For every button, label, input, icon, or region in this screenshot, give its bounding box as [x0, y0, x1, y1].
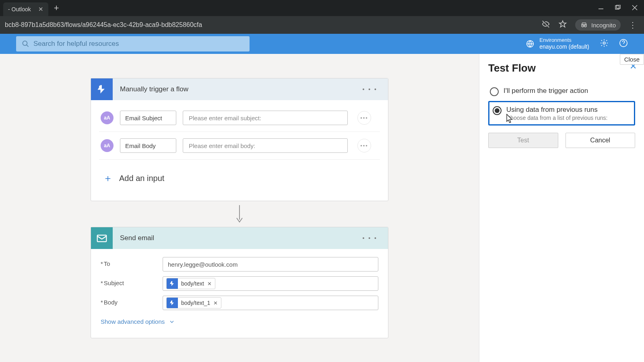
action-title: Send email [120, 234, 154, 242]
help-icon[interactable] [619, 39, 628, 49]
body-input[interactable]: body/text_1 ✕ [163, 296, 378, 310]
body-label: *Body [101, 296, 157, 306]
app-header: Environments enayu.com (default) Close [0, 34, 644, 54]
globe-icon [526, 39, 535, 48]
text-type-badge: aA [101, 139, 114, 152]
new-tab-button[interactable]: + [54, 3, 59, 13]
browser-menu-icon[interactable]: ⋮ [629, 20, 637, 30]
token-flow-icon [167, 297, 178, 309]
svg-point-12 [99, 86, 101, 88]
incognito-chip[interactable]: Incognito [575, 19, 621, 31]
add-input-label: Add an input [119, 174, 164, 183]
param-name-body[interactable]: Email Body [120, 138, 176, 153]
incognito-label: Incognito [591, 22, 616, 29]
show-advanced-options[interactable]: Show advanced options [93, 313, 386, 332]
trigger-more-icon[interactable]: • • • [363, 86, 378, 93]
mail-icon [91, 227, 113, 249]
radio-icon-selected [493, 106, 502, 115]
svg-point-5 [582, 25, 584, 27]
subject-field-row: *Subject body/text ✕ [93, 274, 386, 293]
param-name-subject[interactable]: Email Subject [120, 111, 176, 125]
subject-label: *Subject [101, 276, 157, 286]
flow-canvas: Manually trigger a flow • • • aA Email S… [0, 54, 479, 362]
search-icon [22, 40, 29, 48]
action-more-icon[interactable]: • • • [363, 235, 378, 241]
param-body-more-icon[interactable]: ••• [357, 139, 371, 152]
env-value: enayu.com (default) [539, 43, 589, 50]
param-value-subject[interactable]: Please enter email subject: [183, 111, 348, 125]
svg-point-6 [584, 25, 586, 27]
test-button[interactable]: Test [488, 133, 558, 148]
action-card: Send email • • • *To henry.legge@outlook… [91, 227, 388, 338]
add-input-button[interactable]: ＋ Add an input [93, 163, 386, 193]
cancel-button[interactable]: Cancel [566, 133, 636, 148]
to-input[interactable]: henry.legge@outlook.com [163, 257, 378, 272]
divider [99, 132, 380, 132]
radio-label-previous: Using data from previous runs [506, 105, 607, 115]
token-text: body/text_1 [178, 300, 213, 306]
url-action-icons: Incognito ⋮ [541, 19, 639, 31]
close-window-icon[interactable] [632, 5, 638, 12]
star-icon[interactable] [558, 20, 567, 30]
body-field-row: *Body body/text_1 ✕ [93, 293, 386, 313]
panel-title: Test Flow [488, 62, 635, 74]
trigger-card-header[interactable]: Manually trigger a flow • • • [91, 78, 388, 100]
dynamic-token[interactable]: body/text_1 ✕ [166, 297, 221, 309]
to-label: *To [101, 257, 157, 267]
tab-title: - Outlook [8, 6, 31, 12]
token-text: body/text [178, 280, 207, 287]
radio-label-manual: I'll perform the trigger action [504, 86, 588, 96]
eye-off-icon[interactable] [541, 20, 550, 30]
adv-options-label: Show advanced options [101, 318, 165, 325]
token-remove-icon[interactable]: ✕ [207, 281, 215, 287]
param-row-subject: aA Email Subject Please enter email subj… [93, 107, 386, 128]
token-flow-icon [167, 278, 178, 289]
token-remove-icon[interactable]: ✕ [213, 300, 221, 306]
trigger-title: Manually trigger a flow [120, 85, 188, 93]
svg-point-7 [23, 41, 27, 45]
trigger-icon [91, 78, 113, 100]
trigger-card: Manually trigger a flow • • • aA Email S… [91, 78, 388, 201]
plus-icon: ＋ [103, 172, 113, 185]
param-subject-more-icon[interactable]: ••• [357, 111, 371, 125]
svg-line-8 [27, 45, 29, 47]
flow-arrow [91, 204, 388, 224]
env-label: Environments [539, 37, 589, 43]
window-controls [598, 5, 641, 12]
browser-tab[interactable]: - Outlook ✕ [3, 2, 48, 16]
to-field-row: *To henry.legge@outlook.com [93, 255, 386, 274]
test-flow-panel: Test Flow ✕ I'll perform the trigger act… [479, 54, 644, 362]
svg-rect-14 [97, 235, 107, 242]
close-tooltip: Close [620, 54, 644, 65]
dynamic-token[interactable]: body/text ✕ [166, 278, 215, 289]
divider [99, 159, 380, 160]
svg-point-10 [603, 42, 605, 44]
close-tab-icon[interactable]: ✕ [38, 6, 43, 13]
radio-icon [490, 87, 499, 96]
text-type-badge: aA [101, 111, 114, 124]
search-box[interactable] [16, 36, 250, 51]
action-card-header[interactable]: Send email • • • [91, 227, 388, 249]
maximize-icon[interactable] [615, 5, 621, 12]
radio-option-previous-runs[interactable]: Using data from previous runs Choose dat… [488, 101, 635, 125]
url-text: bcb8-897b1a5d8b63/flows/a962445a-ec3c-42… [5, 21, 541, 29]
param-value-body[interactable]: Please enter email body: [183, 138, 348, 153]
minimize-icon[interactable] [598, 5, 604, 12]
gear-icon[interactable] [600, 39, 609, 49]
environment-picker[interactable]: Environments enayu.com (default) [526, 37, 589, 50]
radio-sublabel-previous: Choose data from a list of previous runs… [506, 115, 607, 121]
chevron-down-icon [169, 319, 175, 325]
search-input[interactable] [33, 40, 244, 48]
subject-input[interactable]: body/text ✕ [163, 276, 378, 291]
radio-option-manual[interactable]: I'll perform the trigger action [488, 83, 635, 99]
browser-tab-strip: - Outlook ✕ + [0, 0, 644, 16]
address-bar[interactable]: bcb8-897b1a5d8b63/flows/a962445a-ec3c-42… [0, 16, 644, 34]
param-row-body: aA Email Body Please enter email body: •… [93, 135, 386, 156]
